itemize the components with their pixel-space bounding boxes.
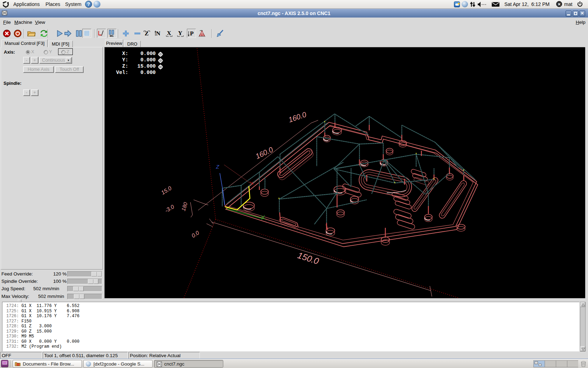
- svg-text:0.0: 0.0: [190, 230, 200, 239]
- svg-text:X: X: [167, 30, 172, 36]
- svg-text:160.0: 160.0: [287, 110, 307, 124]
- svg-text:150.0: 150.0: [296, 250, 320, 266]
- svg-text:M1: M1: [110, 34, 114, 38]
- svg-text:180: 180: [180, 201, 189, 212]
- svg-text:160.0: 160.0: [254, 145, 274, 161]
- svg-text:Z: Z: [145, 30, 148, 37]
- svg-text:Y: Y: [178, 30, 182, 36]
- svg-text:P: P: [190, 30, 194, 37]
- svg-text:Z: Z: [216, 164, 219, 170]
- svg-text:N: N: [156, 30, 161, 37]
- svg-text:-3.0: -3.0: [164, 204, 175, 214]
- svg-text:15.0: 15.0: [160, 185, 173, 196]
